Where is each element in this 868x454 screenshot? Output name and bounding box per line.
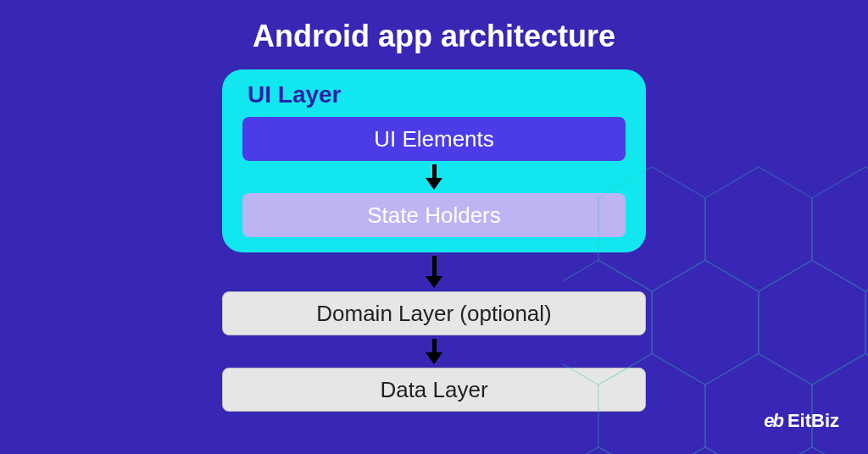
logo-mark: eb bbox=[764, 410, 782, 432]
logo-text: EitBiz bbox=[787, 410, 839, 432]
domain-layer-box: Domain Layer (optional) bbox=[222, 291, 646, 335]
brand-logo: eb EitBiz bbox=[764, 410, 839, 432]
svg-marker-4 bbox=[652, 260, 759, 385]
svg-marker-5 bbox=[759, 260, 865, 385]
arrow-down-icon bbox=[242, 164, 626, 190]
architecture-diagram: UI Layer UI Elements State Holders Domai… bbox=[222, 69, 646, 412]
diagram-title: Android app architecture bbox=[0, 0, 868, 54]
arrow-down-icon bbox=[426, 339, 442, 364]
svg-marker-10 bbox=[563, 447, 652, 454]
svg-marker-9 bbox=[812, 354, 868, 455]
svg-marker-12 bbox=[759, 447, 865, 454]
svg-marker-8 bbox=[705, 354, 812, 455]
state-holders-box: State Holders bbox=[242, 193, 626, 237]
svg-marker-2 bbox=[812, 167, 868, 291]
ui-layer-container: UI Layer UI Elements State Holders bbox=[222, 69, 646, 252]
arrow-down-icon bbox=[426, 256, 442, 288]
svg-marker-11 bbox=[652, 447, 759, 454]
ui-layer-title: UI Layer bbox=[248, 81, 626, 108]
ui-elements-box: UI Elements bbox=[242, 117, 626, 161]
data-layer-box: Data Layer bbox=[222, 368, 646, 412]
svg-marker-1 bbox=[705, 167, 812, 291]
